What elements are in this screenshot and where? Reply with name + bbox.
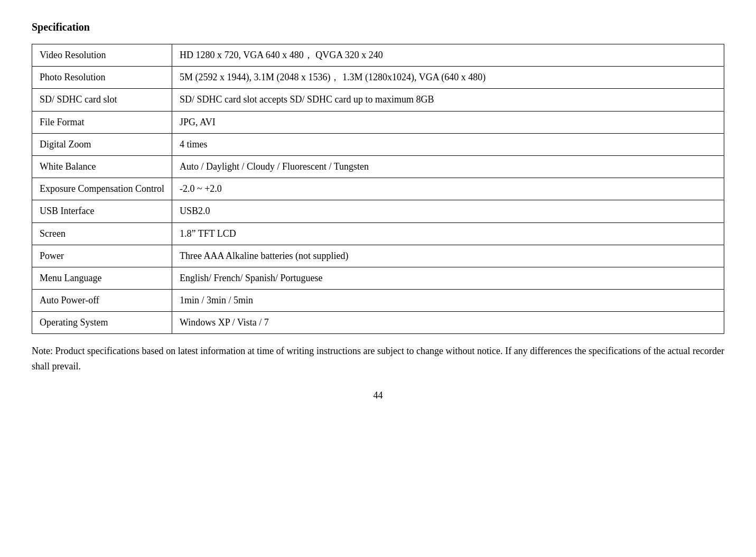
spec-value: 1min / 3min / 5min [172,290,724,312]
table-row: PowerThree AAA Alkaline batteries (not s… [32,245,724,267]
note-text: Note: Product specifications based on la… [32,344,724,374]
spec-value: HD 1280 x 720, VGA 640 x 480， QVGA 320 x… [172,44,724,67]
table-row: File FormatJPG, AVI [32,111,724,133]
spec-label: Video Resolution [32,44,172,67]
spec-value: Three AAA Alkaline batteries (not suppli… [172,245,724,267]
table-row: Menu LanguageEnglish/ French/ Spanish/ P… [32,267,724,289]
spec-label: Photo Resolution [32,67,172,89]
table-row: Digital Zoom4 times [32,133,724,155]
spec-value: USB2.0 [172,200,724,222]
spec-label: File Format [32,111,172,133]
spec-label: White Balance [32,155,172,178]
spec-value: 1.8” TFT LCD [172,222,724,245]
spec-label: SD/ SDHC card slot [32,89,172,111]
spec-label: USB Interface [32,200,172,222]
table-row: Screen1.8” TFT LCD [32,222,724,245]
spec-value: JPG, AVI [172,111,724,133]
specification-table: Video ResolutionHD 1280 x 720, VGA 640 x… [32,44,724,334]
spec-label: Screen [32,222,172,245]
spec-label: Digital Zoom [32,133,172,155]
spec-value: Auto / Daylight / Cloudy / Fluorescent /… [172,155,724,178]
spec-label: Menu Language [32,267,172,289]
page-number: 44 [32,390,724,401]
table-row: Exposure Compensation Control-2.0 ~ +2.0 [32,178,724,200]
spec-value: Windows XP / Vista / 7 [172,312,724,334]
spec-label: Auto Power-off [32,290,172,312]
table-row: Auto Power-off1min / 3min / 5min [32,290,724,312]
table-row: USB InterfaceUSB2.0 [32,200,724,222]
table-row: Operating SystemWindows XP / Vista / 7 [32,312,724,334]
spec-value: SD/ SDHC card slot accepts SD/ SDHC card… [172,89,724,111]
table-row: Photo Resolution5M (2592 x 1944), 3.1M (… [32,67,724,89]
spec-label: Operating System [32,312,172,334]
table-row: White BalanceAuto / Daylight / Cloudy / … [32,155,724,178]
page-title: Specification [32,21,724,33]
table-row: SD/ SDHC card slotSD/ SDHC card slot acc… [32,89,724,111]
table-row: Video ResolutionHD 1280 x 720, VGA 640 x… [32,44,724,67]
spec-value: 5M (2592 x 1944), 3.1M (2048 x 1536)， 1.… [172,67,724,89]
spec-value: 4 times [172,133,724,155]
spec-label: Exposure Compensation Control [32,178,172,200]
spec-label: Power [32,245,172,267]
spec-value: -2.0 ~ +2.0 [172,178,724,200]
spec-value: English/ French/ Spanish/ Portuguese [172,267,724,289]
